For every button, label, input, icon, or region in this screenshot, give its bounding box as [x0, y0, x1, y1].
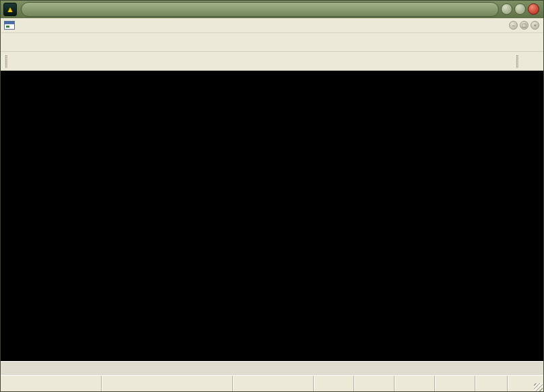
- toolbar-grip[interactable]: [4, 55, 7, 68]
- mdi-restore-button[interactable]: ▢: [520, 21, 529, 30]
- status-volume: [475, 376, 508, 392]
- title-bar[interactable]: ▲: [1, 1, 543, 18]
- status-low: [395, 376, 435, 392]
- chart-area[interactable]: [1, 71, 544, 361]
- standard-toolbar: [1, 33, 543, 52]
- status-help: [1, 376, 102, 392]
- app-logo-icon: ▲: [3, 3, 17, 16]
- mdi-minimize-button[interactable]: –: [509, 21, 518, 30]
- mt4-window: ▲ – ▢ ×: [0, 0, 544, 392]
- status-bar-time: [233, 376, 314, 392]
- mdi-close-button[interactable]: ×: [531, 21, 539, 30]
- mdi-window-buttons: – ▢ ×: [507, 21, 539, 30]
- price-chart-svg: [1, 71, 544, 361]
- status-high: [354, 376, 395, 392]
- charts-toolbar: [1, 52, 543, 71]
- status-profile[interactable]: [102, 376, 233, 392]
- window-title: [21, 2, 499, 17]
- chart-tab-bar: [1, 361, 543, 375]
- close-button[interactable]: [528, 3, 539, 15]
- chart-window-icon[interactable]: [4, 21, 15, 30]
- resize-grip[interactable]: [534, 383, 543, 392]
- status-bar: [1, 375, 543, 392]
- menu-bar: – ▢ ×: [1, 18, 543, 33]
- maximize-button[interactable]: [514, 3, 526, 15]
- status-close: [435, 376, 475, 392]
- minimize-button[interactable]: [501, 3, 512, 15]
- toolbar-grip[interactable]: [515, 55, 518, 68]
- status-open: [314, 376, 354, 392]
